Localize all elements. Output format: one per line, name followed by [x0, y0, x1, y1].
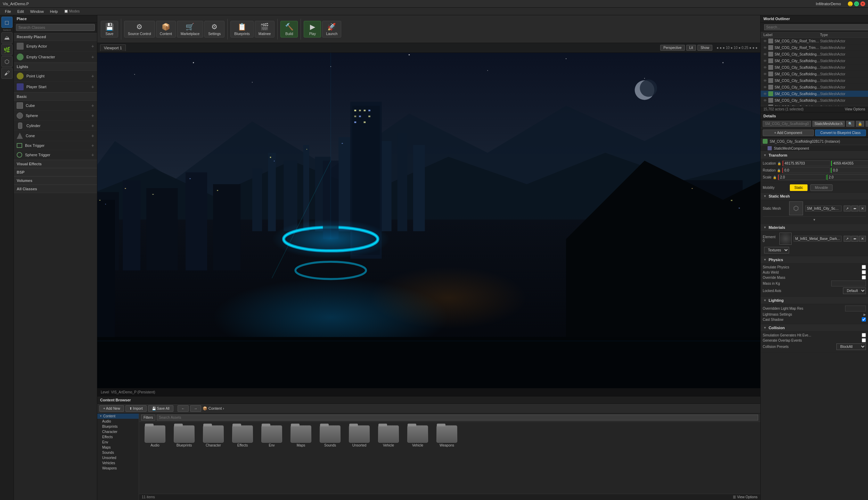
place-item-cube[interactable]: Cube +	[14, 101, 97, 111]
outliner-row-1[interactable]: 👁 SM_COG_City_Roof_Trim_VarB_Middle420 S…	[761, 44, 868, 51]
viewport-tab[interactable]: Viewport 1	[100, 44, 126, 51]
content-search-input[interactable]	[157, 415, 758, 420]
mode-foliage-btn[interactable]: 🌿	[1, 44, 13, 55]
mass-kg-input[interactable]	[831, 281, 866, 286]
details-class-btn[interactable]: StaticMeshActor.h	[812, 121, 845, 127]
build-btn[interactable]: 🔨 Build	[280, 21, 298, 38]
lightmap-res-input[interactable]	[845, 306, 866, 311]
folder-audio[interactable]: Audio	[141, 424, 169, 449]
tree-item-effects[interactable]: Effects	[97, 434, 139, 440]
settings-btn[interactable]: ⚙ Settings	[204, 21, 224, 38]
mode-paint-btn[interactable]: 🖌	[1, 68, 13, 79]
generate-overlap-checkbox[interactable]	[862, 338, 866, 342]
folder-blueprints[interactable]: Blueprints	[170, 424, 198, 449]
save-btn[interactable]: 💾 Save	[101, 21, 118, 38]
details-search-btn[interactable]: 🔍	[846, 121, 854, 127]
tree-item-unsorted[interactable]: Unsorted	[97, 455, 139, 460]
menu-window[interactable]: Window	[27, 9, 47, 14]
rotation-x-input[interactable]	[782, 167, 830, 173]
mesh-browse-btn[interactable]: ↗	[844, 206, 851, 211]
mode-landscape-btn[interactable]: ⛰	[1, 32, 13, 43]
folder-maps[interactable]: Maps	[287, 424, 315, 449]
minimize-btn[interactable]: _	[848, 1, 853, 6]
menu-file[interactable]: File	[2, 9, 14, 14]
place-item-player-start[interactable]: Player Start +	[14, 82, 97, 92]
mode-geometry-btn[interactable]: ⬡	[1, 56, 13, 67]
place-item-point-light[interactable]: Point Light +	[14, 71, 97, 82]
outliner-row-9[interactable]: 👁 SM_COG_City_Scaffolding02B172 StaticMe…	[761, 97, 868, 104]
marketplace-btn[interactable]: 🛒 Marketplace	[177, 21, 203, 38]
tree-item-weapons[interactable]: Weapons	[97, 466, 139, 471]
outliner-row-0[interactable]: 👁 SM_COG_City_Roof_Trim_VarB_Middle419 S…	[761, 38, 868, 44]
outliner-row-7[interactable]: 👁 SM_COG_City_Scaffolding02170 StaticMes…	[761, 84, 868, 91]
folder-character[interactable]: Character	[199, 424, 227, 449]
maximize-btn[interactable]: □	[854, 1, 859, 6]
content-btn[interactable]: 📦 Content	[156, 21, 176, 38]
location-y-input[interactable]	[831, 160, 868, 166]
outliner-row-3[interactable]: 👁 SM_COG_City_Scaffolding02B458 StaticMe…	[761, 58, 868, 64]
scale-y-input[interactable]	[827, 174, 868, 180]
mesh-clear-btn[interactable]: ✕	[859, 206, 866, 211]
location-x-input[interactable]	[783, 160, 830, 166]
category-all-classes[interactable]: All Classes	[14, 185, 97, 193]
outliner-row-6[interactable]: 👁 SM_COG_City_Scaffolding02169 StaticMes…	[761, 77, 868, 84]
play-btn[interactable]: ▶ Play	[304, 21, 321, 38]
menu-edit[interactable]: Edit	[15, 9, 27, 14]
collision-section-header[interactable]: ▼ Collision	[761, 324, 868, 332]
material-browse-btn[interactable]: ↗	[844, 236, 851, 242]
nav-forward-btn[interactable]: →	[190, 405, 201, 412]
outliner-row-8[interactable]: 👁 SM_COG_City_Scaffolding02B171 StaticMe…	[761, 91, 868, 97]
simulate-physics-checkbox[interactable]	[862, 265, 866, 269]
lighting-section-header[interactable]: ▼ Lighting	[761, 297, 868, 304]
import-btn[interactable]: ⬆ Import	[125, 405, 147, 412]
filters-btn[interactable]: Filters	[141, 415, 155, 420]
viewport[interactable]: Viewport 1 Perspective Lit Show ● ● ● 10…	[97, 43, 760, 396]
mobility-static-btn[interactable]: Static	[790, 184, 808, 191]
save-all-btn[interactable]: 💾 Save All	[148, 405, 173, 412]
menu-help[interactable]: Help	[47, 9, 61, 14]
tree-item-character[interactable]: Character	[97, 429, 139, 434]
transform-section-header[interactable]: ▼ Transform	[761, 152, 868, 159]
category-recently-placed[interactable]: Recently Placed	[14, 33, 97, 41]
folder-vehicle[interactable]: Vehicle	[375, 424, 402, 449]
folder-vehicle2[interactable]: Vehicle	[404, 424, 432, 449]
blueprints-btn[interactable]: 📋 Blueprints	[230, 21, 253, 38]
tree-item-env[interactable]: Env	[97, 440, 139, 445]
details-info-btn[interactable]: ℹ	[866, 121, 868, 127]
details-actor-name-input[interactable]	[763, 121, 811, 127]
folder-env[interactable]: Env	[258, 424, 286, 449]
show-btn[interactable]: Show	[697, 45, 712, 51]
add-component-btn[interactable]: + Add Component	[763, 130, 814, 136]
folder-weapons[interactable]: Weapons	[433, 424, 461, 449]
material-find-btn[interactable]: ⬅	[851, 236, 858, 242]
collision-presets-dropdown[interactable]: BlockAll NoCollision OverlapAll	[836, 343, 866, 350]
category-bsp[interactable]: BSP	[14, 168, 97, 176]
outliner-row-2[interactable]: 👁 SM_COG_City_Scaffolding02B457 StaticMe…	[761, 51, 868, 58]
place-item-cone[interactable]: Cone +	[14, 131, 97, 141]
category-volumes[interactable]: Volumes	[14, 176, 97, 185]
place-item-sphere[interactable]: Sphere +	[14, 111, 97, 121]
mobility-movable-btn[interactable]: Movable	[810, 184, 833, 191]
matinee-btn[interactable]: 🎬 Matinee	[255, 21, 275, 38]
tree-item-audio[interactable]: Audio	[97, 419, 139, 424]
tree-item-blueprints[interactable]: Blueprints	[97, 424, 139, 429]
override-mass-checkbox[interactable]	[862, 275, 866, 280]
search-classes-input[interactable]	[16, 24, 95, 31]
physics-section-header[interactable]: ▼ Physics	[761, 256, 868, 264]
textures-dropdown[interactable]: Textures	[764, 247, 789, 253]
cast-shadow-checkbox[interactable]	[862, 317, 866, 322]
place-item-sphere-trigger[interactable]: Sphere Trigger +	[14, 150, 97, 160]
close-btn[interactable]: ×	[860, 1, 865, 6]
materials-section-header[interactable]: ▼ Materials	[761, 224, 868, 231]
view-options-link[interactable]: View Options	[845, 107, 865, 111]
folder-effects[interactable]: Effects	[229, 424, 256, 449]
folder-sounds[interactable]: Sounds	[316, 424, 344, 449]
rotation-y-input[interactable]	[831, 167, 868, 173]
details-lock-btn[interactable]: 🔒	[856, 121, 864, 127]
add-new-btn[interactable]: + Add New	[99, 405, 124, 412]
nav-back-btn[interactable]: ←	[178, 405, 189, 412]
lightmass-settings-row[interactable]: Lightmass Settings ▶	[763, 312, 866, 316]
outliner-row-4[interactable]: 👁 SM_COG_City_Scaffolding02B459 StaticMe…	[761, 64, 868, 71]
place-item-empty-actor[interactable]: Empty Actor +	[14, 41, 97, 52]
category-basic[interactable]: Basic	[14, 92, 97, 101]
